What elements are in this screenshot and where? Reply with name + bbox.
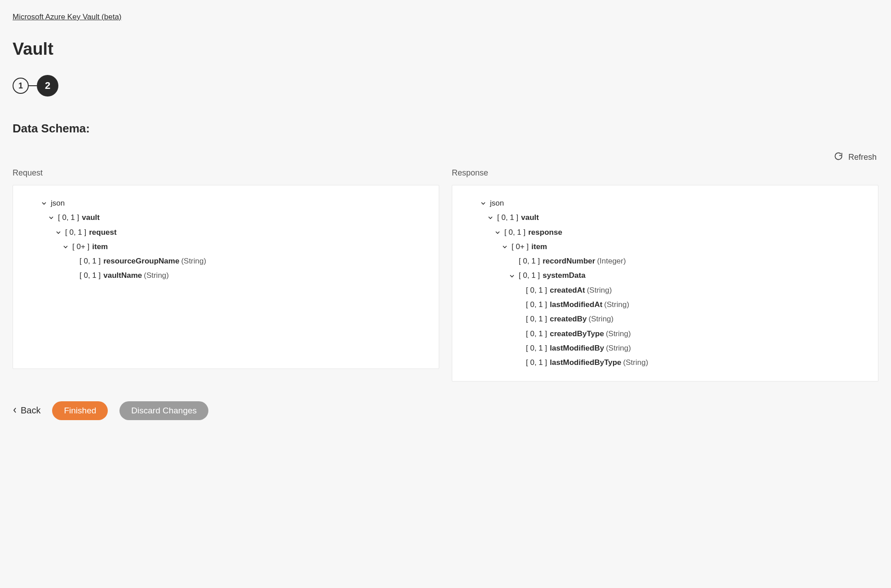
field-name: lastModifiedBy: [550, 341, 604, 355]
cardinality: [ 0, 1 ]: [504, 225, 525, 240]
request-column-label: Request: [13, 168, 439, 178]
field-type: (String): [588, 312, 613, 326]
cardinality: [ 0+ ]: [512, 240, 529, 254]
finished-button[interactable]: Finished: [52, 401, 108, 420]
refresh-icon: [834, 152, 843, 163]
tree-row-lastmodifiedby[interactable]: [ 0, 1 ] lastModifiedBy (String): [461, 341, 869, 355]
refresh-button[interactable]: Refresh: [834, 152, 877, 163]
response-panel: json [ 0, 1 ] vault [ 0, 1 ] response [ …: [452, 185, 878, 382]
footer-actions: Back Finished Discard Changes: [13, 401, 878, 420]
chevron-down-icon: [479, 201, 487, 206]
tree-row-json[interactable]: json: [461, 196, 869, 211]
field-name: response: [528, 225, 562, 240]
chevron-down-icon: [494, 230, 502, 235]
tree-row-vaultname[interactable]: [ 0, 1 ] vaultName (String): [22, 268, 430, 283]
cardinality: [ 0, 1 ]: [58, 211, 79, 225]
field-type: (String): [606, 341, 631, 355]
tree-row-vault[interactable]: [ 0, 1 ] vault: [461, 211, 869, 225]
cardinality: [ 0+ ]: [72, 240, 89, 254]
tree-row-createdat[interactable]: [ 0, 1 ] createdAt (String): [461, 283, 869, 298]
field-type: (String): [181, 254, 206, 268]
chevron-down-icon: [501, 244, 509, 250]
tree-row-json[interactable]: json: [22, 196, 430, 211]
response-column-label: Response: [452, 168, 878, 178]
tree-row-systemdata[interactable]: [ 0, 1 ] systemData: [461, 268, 869, 283]
tree-row-recordnumber[interactable]: [ 0, 1 ] recordNumber (Integer): [461, 254, 869, 268]
field-name: createdAt: [550, 283, 585, 298]
back-button[interactable]: Back: [13, 405, 40, 416]
chevron-left-icon: [13, 405, 17, 416]
field-name: lastModifiedByType: [550, 355, 621, 370]
tree-row-resourcegroupname[interactable]: [ 0, 1 ] resourceGroupName (String): [22, 254, 430, 268]
field-name: vault: [521, 211, 539, 225]
field-name: resourceGroupName: [103, 254, 179, 268]
field-type: (String): [606, 327, 631, 341]
cardinality: [ 0, 1 ]: [526, 327, 547, 341]
field-type: (String): [144, 268, 169, 283]
field-name: request: [89, 225, 116, 240]
field-type: (String): [623, 355, 648, 370]
discard-changes-button[interactable]: Discard Changes: [119, 401, 208, 420]
cardinality: [ 0, 1 ]: [526, 298, 547, 312]
step-2[interactable]: 2: [37, 75, 58, 97]
chevron-down-icon: [62, 244, 70, 250]
tree-row-vault[interactable]: [ 0, 1 ] vault: [22, 211, 430, 225]
field-name: vaultName: [103, 268, 142, 283]
tree-row-createdby[interactable]: [ 0, 1 ] createdBy (String): [461, 312, 869, 326]
request-column: Request json [ 0, 1 ] vault [ 0, 1 ] req…: [13, 168, 439, 382]
field-name: createdBy: [550, 312, 587, 326]
chevron-down-icon: [40, 201, 48, 206]
field-name: item: [531, 240, 547, 254]
cardinality: [ 0, 1 ]: [526, 283, 547, 298]
field-name: item: [92, 240, 108, 254]
field-name: recordNumber: [543, 254, 595, 268]
cardinality: [ 0, 1 ]: [497, 211, 518, 225]
cardinality: [ 0, 1 ]: [79, 254, 101, 268]
chevron-down-icon: [47, 215, 55, 220]
page-title: Vault: [13, 39, 878, 59]
tree-row-item[interactable]: [ 0+ ] item: [461, 240, 869, 254]
request-panel: json [ 0, 1 ] vault [ 0, 1 ] request [ 0…: [13, 185, 439, 369]
chevron-down-icon: [486, 215, 494, 220]
cardinality: [ 0, 1 ]: [65, 225, 86, 240]
field-name: vault: [82, 211, 100, 225]
response-column: Response json [ 0, 1 ] vault [ 0, 1 ] re…: [452, 168, 878, 382]
section-title: Data Schema:: [13, 122, 878, 136]
tree-row-lastmodifiedbytype[interactable]: [ 0, 1 ] lastModifiedByType (String): [461, 355, 869, 370]
cardinality: [ 0, 1 ]: [526, 355, 547, 370]
tree-row-lastmodifiedat[interactable]: [ 0, 1 ] lastModifiedAt (String): [461, 298, 869, 312]
tree-label: json: [490, 196, 504, 211]
field-type: (Integer): [597, 254, 626, 268]
refresh-label: Refresh: [848, 153, 877, 162]
tree-row-request[interactable]: [ 0, 1 ] request: [22, 225, 430, 240]
tree-row-createdbytype[interactable]: [ 0, 1 ] createdByType (String): [461, 327, 869, 341]
chevron-down-icon: [508, 273, 516, 279]
tree-label: json: [51, 196, 65, 211]
step-1[interactable]: 1: [13, 78, 29, 94]
field-type: (String): [604, 298, 629, 312]
cardinality: [ 0, 1 ]: [79, 268, 101, 283]
chevron-down-icon: [54, 230, 62, 235]
cardinality: [ 0, 1 ]: [526, 341, 547, 355]
stepper: 1 2: [13, 75, 878, 97]
step-connector: [29, 85, 37, 86]
field-type: (String): [587, 283, 612, 298]
cardinality: [ 0, 1 ]: [526, 312, 547, 326]
field-name: lastModifiedAt: [550, 298, 602, 312]
back-label: Back: [21, 405, 40, 416]
cardinality: [ 0, 1 ]: [519, 254, 540, 268]
tree-row-item[interactable]: [ 0+ ] item: [22, 240, 430, 254]
cardinality: [ 0, 1 ]: [519, 268, 540, 283]
tree-row-response[interactable]: [ 0, 1 ] response: [461, 225, 869, 240]
field-name: systemData: [543, 268, 585, 283]
breadcrumb-link[interactable]: Microsoft Azure Key Vault (beta): [13, 13, 122, 22]
field-name: createdByType: [550, 327, 604, 341]
